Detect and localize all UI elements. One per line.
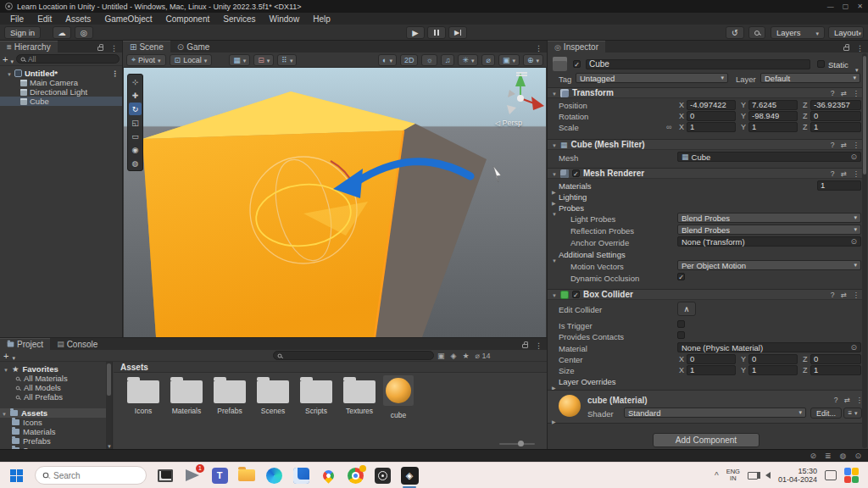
asset-folder[interactable]: Materials <box>170 380 208 415</box>
mesh-renderer-enabled-checkbox[interactable]: ✓ <box>572 169 580 177</box>
grid-snap-icon[interactable]: ▦ <box>229 54 250 66</box>
lock-icon[interactable] <box>843 47 849 51</box>
undo-history-icon[interactable]: ↺ <box>726 26 744 39</box>
widgets-icon[interactable] <box>844 468 860 483</box>
edit-collider-button[interactable]: ∧ <box>677 302 696 316</box>
box-collider-enabled-checkbox[interactable]: ✓ <box>572 291 580 298</box>
scene-tool-button[interactable]: ▭ <box>129 130 142 142</box>
breadcrumb[interactable]: Assets <box>114 362 547 373</box>
kebab-menu-icon[interactable]: ⋮ <box>853 141 860 149</box>
shader-edit-button[interactable]: Edit... <box>810 408 842 419</box>
search-icon[interactable] <box>748 26 765 39</box>
close-button[interactable]: ✕ <box>857 3 863 10</box>
layer-dropdown[interactable]: Default <box>760 73 860 83</box>
z-field[interactable]: 0 <box>810 354 861 364</box>
menu-item[interactable]: Help <box>306 14 337 24</box>
taskbar-search-input[interactable] <box>53 471 130 480</box>
minimize-button[interactable]: — <box>827 3 834 10</box>
asset-cube-material[interactable] <box>383 375 414 406</box>
gameobject-name-field[interactable]: Cube <box>586 59 810 69</box>
layers-status-icon[interactable]: ≣ <box>825 452 832 460</box>
scene-tool-button[interactable]: ✚ <box>129 89 142 102</box>
x-field[interactable]: -4.097422 <box>687 100 736 110</box>
search-by-type-icon[interactable]: ▣ <box>437 352 445 360</box>
file-explorer-icon[interactable] <box>237 466 256 485</box>
create-dropdown-icon[interactable] <box>12 348 15 363</box>
favorite-item[interactable]: All Materials <box>0 374 112 383</box>
menu-item[interactable]: File <box>3 14 31 24</box>
anchor-override-field[interactable]: None (Transform) <box>677 236 861 247</box>
foldout-icon[interactable] <box>552 169 557 178</box>
menu-item[interactable]: GameObject <box>97 14 159 24</box>
z-field[interactable]: -36.92357 <box>810 100 861 110</box>
task-view-icon[interactable] <box>156 466 175 485</box>
light-probes-dropdown[interactable]: Blend Probes <box>677 213 861 223</box>
inspector-scrollbar[interactable] <box>862 53 867 448</box>
foldout-icon[interactable] <box>7 69 12 78</box>
x-field[interactable]: 1 <box>687 122 736 132</box>
kebab-menu-icon[interactable]: ⋮ <box>853 169 860 178</box>
foldout-icon[interactable] <box>552 140 557 149</box>
box-collider-header[interactable]: ✓ Box Collider ? ⇄ ⋮ <box>548 289 864 300</box>
add-component-button[interactable]: Add Component <box>653 433 760 447</box>
scene-tool-button[interactable]: ◍ <box>129 157 142 169</box>
tree-scrollbar[interactable]: ▼ <box>106 362 112 450</box>
z-field[interactable]: 0 <box>810 111 861 121</box>
scene-tool-button[interactable]: ⊹ <box>129 75 142 88</box>
material-foldout-icon[interactable] <box>552 412 556 427</box>
2d-toggle-button[interactable]: 2D <box>400 54 419 66</box>
tab-project[interactable]: Project <box>0 338 50 350</box>
foldout-icon[interactable] <box>552 88 557 97</box>
y-field[interactable]: 1 <box>748 365 798 375</box>
y-field[interactable]: 1 <box>748 122 798 132</box>
mail-icon[interactable]: 1 <box>183 466 202 485</box>
hidden-objects-icon[interactable]: ⌀ <box>481 54 494 66</box>
services-icon[interactable]: ◎ <box>75 26 93 39</box>
shading-mode-dropdown[interactable]: ◐ <box>378 54 397 66</box>
create-asset-button[interactable]: + <box>3 351 8 361</box>
pause-button[interactable] <box>427 26 446 39</box>
search-by-label-icon[interactable]: ◈ <box>450 352 456 360</box>
kebab-menu-icon[interactable]: ⋮ <box>856 44 864 53</box>
gizmos-dropdown[interactable]: ⊕ <box>523 54 543 66</box>
z-field[interactable]: 1 <box>810 122 861 132</box>
unity-hub-icon[interactable] <box>373 466 392 485</box>
scene-lighting-icon[interactable]: ☼ <box>421 54 437 66</box>
x-field[interactable]: 0 <box>687 111 736 121</box>
favorites-toggle-icon[interactable]: ★ <box>462 352 469 360</box>
unity-editor-icon[interactable]: ◈ <box>400 466 419 485</box>
tab-game[interactable]: ⊙ Game <box>170 41 217 53</box>
favorite-item[interactable]: All Prefabs <box>0 392 112 402</box>
kebab-menu-icon[interactable]: ⋮ <box>110 44 118 53</box>
transform-header[interactable]: Transform ? ⇄ ⋮ <box>548 87 864 98</box>
start-button[interactable] <box>7 466 25 485</box>
local-dropdown[interactable]: ⊡ Local <box>170 54 213 66</box>
hierarchy-item[interactable]: Directional Light <box>0 87 122 97</box>
help-icon[interactable]: ? <box>834 396 838 404</box>
y-field[interactable]: 7.6245 <box>748 100 798 110</box>
hierarchy-search-input[interactable]: All <box>16 54 120 64</box>
y-field[interactable]: -98.949 <box>748 111 798 121</box>
scene-kebab-menu-icon[interactable]: ⋮ <box>535 44 547 53</box>
grid-visibility-icon[interactable]: ⠿ <box>277 54 297 66</box>
assets-root[interactable]: Assets <box>0 408 112 418</box>
help-icon[interactable]: ? <box>831 169 835 178</box>
layers-dropdown[interactable]: Layers <box>771 26 825 39</box>
scene-tool-button[interactable]: ◱ <box>129 116 142 129</box>
overlay-menu-icon[interactable] <box>516 72 527 76</box>
dynamic-occlusion-checkbox[interactable]: ✓ <box>677 273 685 280</box>
is-trigger-checkbox[interactable] <box>677 320 685 328</box>
asset-folder[interactable]: Prefabs <box>214 380 251 415</box>
teams-icon[interactable]: T <box>210 466 229 485</box>
blue-app-icon[interactable] <box>292 466 310 485</box>
menu-item[interactable]: Window <box>263 14 307 24</box>
physic-material-field[interactable]: None (Physic Material) <box>677 342 861 352</box>
thumbnail-size-slider[interactable] <box>499 443 535 445</box>
tag-dropdown[interactable]: Untagged <box>576 73 728 83</box>
mesh-renderer-header[interactable]: ✓ Mesh Renderer ? ⇄ ⋮ <box>548 168 864 179</box>
help-icon[interactable]: ? <box>831 141 835 149</box>
preset-icon[interactable]: ⇄ <box>843 396 849 404</box>
mesh-filter-header[interactable]: ▦ Cube (Mesh Filter) ? ⇄ ⋮ <box>548 139 864 150</box>
x-field[interactable]: 0 <box>687 354 736 364</box>
foldout-icon[interactable] <box>2 408 7 418</box>
